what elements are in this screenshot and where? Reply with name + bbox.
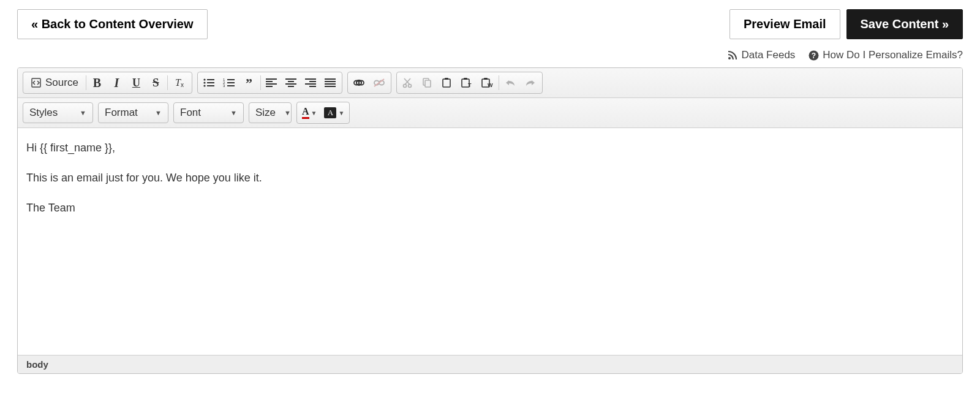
- back-button[interactable]: « Back to Content Overview: [17, 9, 208, 39]
- copy-icon: [421, 77, 432, 88]
- svg-rect-21: [266, 86, 273, 87]
- question-circle-icon: ?: [809, 50, 819, 61]
- personalize-help-label: How Do I Personalize Emails?: [823, 49, 963, 61]
- svg-rect-45: [443, 79, 450, 87]
- svg-rect-44: [425, 80, 431, 87]
- svg-rect-29: [309, 86, 316, 87]
- remove-format-button[interactable]: Tx: [169, 74, 190, 92]
- svg-rect-20: [266, 83, 277, 85]
- bg-color-button[interactable]: A ▼: [320, 104, 348, 122]
- align-justify-button[interactable]: [321, 74, 341, 92]
- bold-button[interactable]: B: [88, 74, 107, 92]
- group-clipboard: T W: [396, 72, 543, 94]
- align-left-button[interactable]: [262, 74, 282, 92]
- redo-icon: [524, 78, 537, 87]
- svg-text:x: x: [181, 82, 184, 88]
- numbered-list-icon: 123: [223, 78, 235, 88]
- paste-word-button[interactable]: W: [477, 74, 497, 92]
- link-icon: [353, 78, 365, 87]
- quote-icon: ”: [246, 80, 252, 86]
- redo-button[interactable]: [521, 74, 541, 92]
- bullet-list-button[interactable]: [199, 74, 219, 92]
- svg-rect-17: [227, 85, 235, 86]
- size-label: Size: [255, 107, 276, 119]
- cut-icon: [402, 77, 413, 88]
- svg-rect-33: [325, 86, 336, 87]
- italic-button[interactable]: I: [107, 74, 127, 92]
- paste-word-icon: W: [481, 77, 493, 88]
- svg-rect-46: [445, 78, 448, 80]
- unlink-button[interactable]: [369, 74, 390, 92]
- strike-button[interactable]: S: [146, 74, 166, 92]
- preview-email-button[interactable]: Preview Email: [729, 9, 840, 39]
- copy-button[interactable]: [418, 74, 437, 92]
- svg-text:W: W: [488, 82, 493, 88]
- remove-format-icon: Tx: [173, 77, 186, 88]
- paste-text-button[interactable]: T: [457, 74, 477, 92]
- styles-dropdown[interactable]: Styles ▼: [23, 102, 93, 123]
- chevron-down-icon: ▼: [230, 109, 237, 116]
- text-color-button[interactable]: A ▼: [298, 104, 320, 122]
- source-button[interactable]: Source: [24, 74, 85, 92]
- chevron-down-icon: ▼: [284, 109, 291, 116]
- align-center-button[interactable]: [282, 74, 301, 92]
- svg-text:T: T: [468, 82, 472, 88]
- separator: [167, 75, 168, 90]
- size-dropdown[interactable]: Size ▼: [249, 102, 292, 123]
- svg-point-0: [728, 57, 731, 59]
- unlink-icon: [373, 78, 385, 88]
- align-justify-icon: [325, 78, 336, 87]
- svg-rect-48: [464, 78, 467, 80]
- bg-color-icon: A: [324, 107, 336, 118]
- svg-rect-32: [325, 83, 336, 85]
- bold-icon: B: [93, 76, 101, 90]
- text-color-icon: A: [302, 107, 309, 119]
- svg-point-6: [203, 78, 205, 80]
- align-right-icon: [305, 78, 316, 87]
- editor-body[interactable]: Hi {{ first_name }}, This is an email ju…: [18, 128, 962, 355]
- toolbar-row-1: Source B I U S Tx: [18, 68, 962, 98]
- save-content-button[interactable]: Save Content »: [846, 9, 963, 39]
- rss-icon: [728, 50, 737, 60]
- svg-rect-7: [207, 79, 214, 80]
- format-dropdown[interactable]: Format ▼: [98, 102, 168, 123]
- svg-text:3: 3: [223, 84, 225, 88]
- svg-rect-18: [266, 78, 277, 80]
- svg-text:?: ?: [812, 51, 816, 59]
- undo-button[interactable]: [500, 74, 521, 92]
- data-feeds-link[interactable]: Data Feeds: [728, 49, 795, 61]
- svg-rect-19: [266, 81, 273, 82]
- align-left-icon: [266, 78, 277, 87]
- chevron-down-icon: ▼: [338, 110, 344, 116]
- chevron-down-icon: ▼: [311, 110, 317, 116]
- group-links: [347, 72, 391, 94]
- align-right-button[interactable]: [301, 74, 321, 92]
- chevron-down-icon: ▼: [155, 109, 162, 116]
- body-line-1: Hi {{ first_name }},: [26, 139, 954, 157]
- separator: [86, 75, 86, 90]
- color-group: A ▼ A ▼: [296, 102, 350, 124]
- font-dropdown[interactable]: Font ▼: [173, 102, 244, 123]
- underline-button[interactable]: U: [127, 74, 146, 92]
- svg-point-10: [203, 85, 205, 86]
- blockquote-button[interactable]: ”: [239, 74, 259, 92]
- elements-path[interactable]: body: [26, 359, 48, 370]
- body-line-2: This is an email just for you. We hope y…: [26, 169, 954, 187]
- paste-text-icon: T: [461, 77, 473, 88]
- underline-icon: U: [132, 77, 140, 89]
- body-line-3: The Team: [26, 199, 954, 217]
- svg-rect-27: [309, 81, 316, 82]
- helper-links: Data Feeds ? How Do I Personalize Emails…: [17, 49, 963, 61]
- numbered-list-button[interactable]: 123: [219, 74, 239, 92]
- svg-rect-51: [484, 78, 488, 80]
- strike-icon: S: [153, 76, 159, 89]
- personalize-help-link[interactable]: ? How Do I Personalize Emails?: [809, 49, 963, 61]
- link-button[interactable]: [349, 74, 369, 92]
- svg-rect-9: [207, 82, 214, 83]
- format-label: Format: [105, 107, 138, 119]
- cut-button[interactable]: [398, 74, 418, 92]
- group-source-format: Source B I U S Tx: [23, 72, 192, 94]
- align-center-icon: [285, 78, 296, 87]
- svg-rect-13: [227, 79, 235, 80]
- paste-button[interactable]: [437, 74, 457, 92]
